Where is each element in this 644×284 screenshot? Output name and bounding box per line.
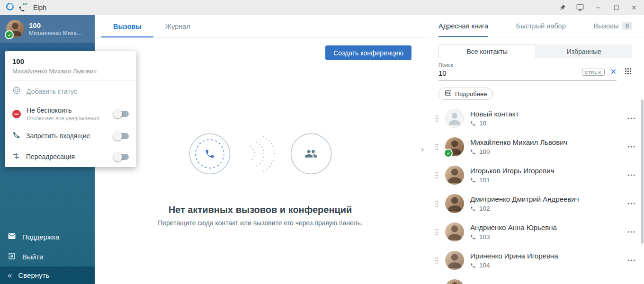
contact-name: Михайленко Михаил Львович	[470, 138, 621, 146]
smiley-icon	[12, 86, 21, 96]
avatar	[445, 222, 464, 241]
create-conference-button[interactable]: Создать конференцию	[325, 45, 411, 60]
contact-row[interactable]: Ириненко Ирина Игоревна 104	[427, 246, 644, 275]
user-name: Михайленко Михаил Львович	[29, 30, 85, 36]
contact-name: Ириненко Ирина Игоревна	[470, 252, 621, 260]
search-input[interactable]: Поиск 10 CTRL K ✕	[438, 62, 617, 80]
dnd-title: Не беспокоить	[27, 106, 108, 114]
mail-icon	[8, 232, 16, 242]
tab-label: Быстрый набор	[516, 22, 566, 30]
tab-journal[interactable]: Журнал	[153, 15, 202, 37]
avatar	[445, 137, 464, 156]
forwarding-row: Переадресация	[5, 146, 136, 167]
collapse-label: Свернуть	[18, 271, 49, 279]
dnd-subtitle: Отключает все уведомления	[27, 115, 108, 121]
block-incoming-label: Запретить входящие	[26, 132, 90, 140]
contact-name: Новый контакт	[470, 110, 621, 118]
more-icon[interactable]	[627, 256, 635, 265]
dialpad-icon[interactable]	[624, 67, 632, 77]
right-panel: Адресная книга Быстрый набор Вызовы 0 Вс…	[427, 15, 644, 284]
user-extension: 100	[29, 21, 85, 30]
tab-calls[interactable]: Вызовы	[101, 15, 153, 37]
drag-handle-icon[interactable]	[435, 171, 439, 179]
drag-handle-icon[interactable]	[435, 257, 439, 265]
block-incoming-toggle[interactable]	[114, 133, 129, 139]
dnd-row: Не беспокоить Отключает все уведомления	[5, 102, 136, 125]
popup-full-name: Михайленко Михаил Львович	[12, 68, 129, 75]
main-area: Вызовы Журнал Создать конференцию	[95, 15, 426, 284]
contact-name: Игорьков Игорь Игоревич	[470, 167, 621, 175]
conference-circle-icon	[290, 133, 332, 177]
phone-circle-icon	[188, 133, 231, 177]
forwarding-label: Переадресация	[26, 153, 75, 160]
contact-row[interactable]: Андриенко Анна Юрьевна 103	[427, 218, 644, 246]
sidebar-bottom: Поддержка Выйти	[0, 227, 95, 266]
minimize-icon[interactable]	[594, 3, 602, 12]
drag-handle-icon[interactable]	[435, 200, 439, 208]
phone-icon	[470, 121, 476, 126]
avatar	[445, 109, 464, 128]
contact-number: 101	[479, 177, 490, 184]
sip-label: SIP	[23, 2, 28, 5]
contact-row[interactable]: Петренко Пётр Петрович	[427, 275, 644, 284]
more-icon[interactable]	[627, 228, 635, 236]
contact-row[interactable]: Дмитриенко Дмитрий Андреевич 102	[427, 189, 644, 218]
logout-icon	[8, 252, 16, 262]
tab-label: Адресная книга	[438, 22, 488, 30]
ripple-waves-icon	[245, 124, 276, 185]
contact-name: Дмитриенко Дмитрий Андреевич	[470, 195, 621, 203]
tab-address-book[interactable]: Адресная книга	[438, 15, 488, 37]
empty-state-title: Нет активных вызовов и конференций	[95, 204, 426, 215]
contact-row[interactable]: Игорьков Игорь Игоревич 101	[427, 161, 644, 189]
more-icon[interactable]	[627, 114, 635, 123]
drag-handle-icon[interactable]	[435, 228, 439, 236]
titlebar: SIP Elph	[0, 0, 644, 15]
online-status-icon	[444, 149, 453, 158]
contact-row[interactable]: Михайленко Михаил Львович 100	[427, 133, 644, 161]
window-controls	[558, 3, 638, 12]
titlebar-left: SIP Elph	[6, 2, 46, 13]
contacts-list: Новый контакт 10 Михайленко Михаил Львов…	[427, 104, 644, 284]
pin-icon[interactable]	[558, 3, 566, 12]
forwarding-icon	[12, 152, 20, 161]
scrollbar[interactable]	[641, 99, 644, 244]
panel-collapse-handle[interactable]: ›	[419, 143, 426, 155]
screen-icon[interactable]	[576, 3, 584, 12]
main-tabs: Вызовы Журнал	[95, 15, 426, 38]
contact-number: 104	[479, 262, 490, 269]
app-logo-icon	[6, 2, 14, 13]
more-icon[interactable]	[627, 142, 635, 151]
sidebar-collapse-button[interactable]: « Свернуть	[0, 266, 95, 284]
tab-speed-dial[interactable]: Быстрый набор	[516, 15, 566, 37]
sidebar-item-logout[interactable]: Выйти	[0, 247, 95, 266]
forwarding-toggle[interactable]	[114, 154, 129, 160]
clear-search-icon[interactable]: ✕	[610, 68, 617, 76]
close-icon[interactable]	[630, 3, 638, 12]
calls-count-badge: 0	[622, 22, 632, 30]
details-card-icon	[445, 89, 452, 98]
sidebar-user-block[interactable]: 100 Михайленко Михаил Львович	[0, 15, 95, 43]
contact-row[interactable]: Новый контакт 10	[427, 104, 644, 133]
filter-all-contacts[interactable]: Все контакты	[438, 44, 536, 58]
details-button[interactable]: Подробнее	[438, 88, 493, 100]
phone-icon	[470, 149, 476, 155]
maximize-icon[interactable]	[612, 3, 620, 12]
contact-number: 103	[479, 233, 490, 240]
details-button-label: Подробнее	[455, 90, 487, 98]
drag-handle-icon[interactable]	[435, 143, 439, 151]
add-status-item[interactable]: Добавить статус	[5, 80, 136, 102]
phone-icon	[470, 263, 476, 268]
avatar	[445, 279, 464, 284]
dnd-toggle[interactable]	[114, 111, 129, 117]
tab-calls-right[interactable]: Вызовы 0	[594, 15, 632, 37]
contact-number: 100	[479, 148, 490, 155]
sidebar-item-support[interactable]: Поддержка	[0, 227, 95, 247]
empty-state-visual	[95, 133, 426, 176]
dnd-minus-icon	[12, 110, 21, 118]
filter-favorites[interactable]: Избранные	[536, 44, 633, 58]
more-icon[interactable]	[627, 199, 635, 208]
more-icon[interactable]	[627, 171, 635, 179]
right-panel-tabs: Адресная книга Быстрый набор Вызовы 0	[427, 15, 644, 37]
sip-phone-icon: SIP	[18, 3, 29, 12]
drag-handle-icon[interactable]	[435, 115, 439, 123]
